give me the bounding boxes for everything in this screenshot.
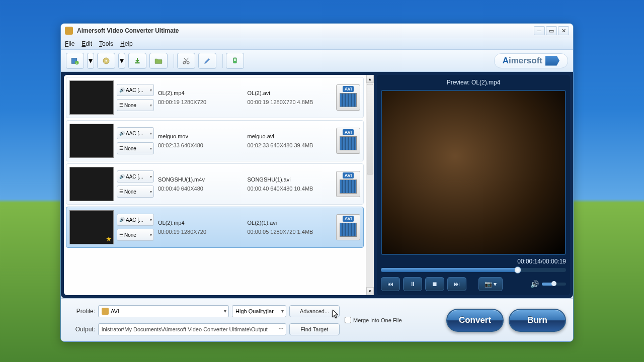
brand-logo: Aimersoft [494, 53, 568, 68]
output-settings: Profile: AVI High Quality(lar Advanced..… [68, 304, 340, 336]
brand-arrow-icon [545, 56, 559, 66]
maximize-button[interactable]: ▭ [546, 26, 557, 35]
svg-rect-9 [234, 58, 236, 61]
source-info: OL(2).mp400:00:19 1280X720 [158, 218, 247, 236]
file-list: 🔊AAC [...☰NoneOL(2).mp400:00:19 1280X720… [64, 75, 366, 295]
advanced-button[interactable]: Advanced... [289, 305, 340, 317]
file-list-panel: 🔊AAC [...☰NoneOL(2).mp400:00:19 1280X720… [64, 75, 374, 295]
format-badge[interactable]: AVI [336, 171, 360, 197]
volume-icon[interactable]: 🔊 [530, 280, 539, 288]
format-badge[interactable]: AVI [336, 84, 360, 111]
preview-title: Preview: OL(2).mp4 [381, 79, 566, 86]
svg-text:+: + [76, 61, 78, 64]
source-info: SONGSHU(1).m4v00:00:40 640X480 [158, 175, 247, 193]
file-thumbnail[interactable] [69, 167, 114, 201]
playback-controls: ⏮ ⏸ ⏹ ⏭ 📷 ▾ 🔊 [381, 277, 566, 291]
scrollbar[interactable]: ▴ ▾ [366, 75, 374, 295]
file-row[interactable]: 🔊AAC [...☰NoneOL(2).mp400:00:19 1280X720… [66, 207, 364, 248]
volume-slider[interactable] [542, 283, 566, 286]
output-info: SONGSHU(1).avi00:00:40 640X480 10.4MB [247, 175, 337, 193]
output-info: OL(2).avi00:00:19 1280X720 4.8MB [247, 88, 337, 107]
audio-track-dropdown[interactable]: 🔊AAC [... [117, 214, 154, 226]
add-file-button[interactable]: + [66, 53, 84, 69]
bottom-panel: Profile: AVI High Quality(lar Advanced..… [61, 298, 573, 341]
file-thumbnail[interactable] [69, 80, 114, 115]
format-badge[interactable]: AVI [336, 128, 360, 154]
cut-button[interactable] [177, 53, 195, 69]
close-button[interactable]: ✕ [558, 26, 569, 35]
source-info: OL(2).mp400:00:19 1280X720 [158, 88, 247, 107]
subtitle-dropdown[interactable]: ☰None [117, 186, 154, 198]
snapshot-button[interactable]: 📷 ▾ [478, 277, 503, 291]
preview-video[interactable] [381, 90, 566, 255]
output-path-field[interactable]: inistrator\My Documents\Aimersoft Video … [98, 323, 286, 335]
output-info: meiguo.avi00:02:33 640X480 39.4MB [247, 132, 337, 150]
edit-button[interactable] [198, 53, 216, 69]
file-row[interactable]: 🔊AAC [...☰NoneOL(2).mp400:00:19 1280X720… [66, 77, 364, 118]
toolbar-separator [222, 54, 223, 68]
action-buttons: Convert Burn [446, 309, 566, 332]
audio-track-dropdown[interactable]: 🔊AAC [... [117, 170, 154, 183]
app-window: Aimersoft Video Converter Ultimate ─ ▭ ✕… [60, 23, 574, 342]
file-thumbnail[interactable] [69, 124, 114, 158]
window-title: Aimersoft Video Converter Ultimate [77, 27, 533, 34]
load-dvd-dropdown[interactable]: ▾ [118, 53, 125, 69]
menu-tools[interactable]: Tools [99, 40, 113, 47]
menubar: File Edit Tools Help [61, 38, 573, 50]
merge-label: Merge into One File [353, 317, 402, 323]
menu-edit[interactable]: Edit [82, 40, 92, 47]
merge-checkbox-row: Merge into One File [345, 317, 402, 323]
format-badge[interactable]: AVI [336, 214, 360, 240]
content-area: 🔊AAC [...☰NoneOL(2).mp400:00:19 1280X720… [61, 72, 573, 298]
svg-rect-5 [135, 62, 140, 63]
quality-combo[interactable]: High Quality(lar [232, 305, 286, 317]
subtitle-dropdown[interactable]: ☰None [117, 142, 154, 154]
output-label: Output: [68, 326, 95, 333]
output-info: OL(2)(1).avi00:00:05 1280X720 1.4MB [247, 218, 337, 236]
seek-knob[interactable] [514, 266, 521, 274]
pause-button[interactable]: ⏸ [403, 277, 422, 291]
convert-button[interactable]: Convert [446, 309, 504, 332]
download-button[interactable] [128, 53, 146, 69]
load-dvd-button[interactable] [97, 53, 115, 69]
toolbar: + ▾ ▾ Aimersoft [61, 50, 573, 72]
minimize-button[interactable]: ─ [534, 26, 545, 35]
subtitle-dropdown[interactable]: ☰None [117, 229, 154, 241]
next-button[interactable]: ⏭ [447, 277, 466, 291]
file-thumbnail[interactable] [69, 210, 114, 244]
scroll-down-button[interactable]: ▾ [366, 287, 374, 295]
file-row[interactable]: 🔊AAC [...☰Nonemeiguo.mov00:02:33 640X480… [66, 120, 364, 161]
add-file-dropdown[interactable]: ▾ [87, 53, 94, 69]
titlebar: Aimersoft Video Converter Ultimate ─ ▭ ✕ [61, 24, 573, 38]
volume-knob[interactable] [551, 281, 556, 286]
device-button[interactable] [226, 53, 244, 69]
merge-checkbox[interactable] [345, 317, 351, 323]
open-folder-button[interactable] [149, 53, 168, 69]
toolbar-separator [174, 54, 174, 68]
seek-bar[interactable] [381, 268, 566, 272]
prev-button[interactable]: ⏮ [381, 277, 400, 291]
file-row[interactable]: 🔊AAC [...☰NoneSONGSHU(1).m4v00:00:40 640… [66, 163, 364, 205]
burn-button[interactable]: Burn [509, 309, 566, 332]
scroll-up-button[interactable]: ▴ [366, 75, 374, 83]
menu-help[interactable]: Help [120, 40, 133, 47]
time-display: 00:00:14/00:00:19 [381, 258, 566, 265]
subtitle-dropdown[interactable]: ☰None [117, 99, 154, 111]
profile-label: Profile: [68, 308, 95, 315]
audio-track-dropdown[interactable]: 🔊AAC [... [117, 84, 154, 96]
svg-point-4 [106, 60, 107, 61]
preview-panel: Preview: OL(2).mp4 00:00:14/00:00:19 ⏮ ⏸… [377, 75, 570, 295]
find-target-button[interactable]: Find Target [289, 323, 340, 335]
audio-track-dropdown[interactable]: 🔊AAC [... [117, 127, 154, 139]
menu-file[interactable]: File [65, 40, 74, 47]
profile-combo[interactable]: AVI [98, 305, 229, 317]
scroll-thumb[interactable] [367, 84, 373, 174]
app-icon [65, 27, 73, 35]
stop-button[interactable]: ⏹ [425, 277, 444, 291]
source-info: meiguo.mov00:02:33 640X480 [158, 132, 247, 150]
